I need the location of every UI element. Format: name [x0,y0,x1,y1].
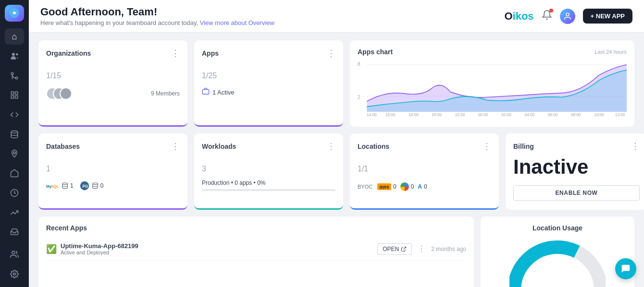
app-details: Uptime-Kuma-App-682199 Active and Deploy… [61,242,138,255]
recent-apps-title: Recent Apps [46,224,466,232]
sidebar: ⌂ [0,0,29,287]
mysql-count: 1 [70,182,74,189]
card-header: Databases ⋮ [46,141,180,152]
chat-icon [620,263,631,274]
db-icon2 [92,182,99,189]
card-header: Billing ⋮ [513,141,640,152]
workloads-count: 3 [202,155,335,176]
postgres-item: PG 0 [79,180,104,191]
avatar [60,87,72,100]
sidebar-item-community[interactable] [5,246,24,263]
svg-text:06:00: 06:00 [548,112,558,117]
billing-menu[interactable]: ⋮ [631,141,640,152]
app-status-text: Active and Deployed [61,250,138,255]
organizations-card: Organizations ⋮ 1/15 9 Members [38,40,187,127]
gcloud-icon [400,182,409,191]
dashboard-content: Organizations ⋮ 1/15 9 Members [29,33,644,287]
svg-text:08:00: 08:00 [571,112,581,117]
sidebar-item-chart[interactable] [5,165,24,182]
workload-progress-bar [202,189,335,191]
apps-chart-card: Apps chart Last 24 hours 8 2 [350,40,634,127]
open-app-button[interactable]: OPEN [377,243,412,255]
app-info: ✅ Uptime-Kuma-App-682199 Active and Depl… [46,242,138,255]
workloads-title: Workloads [202,143,236,150]
gcloud-count: 0 [411,183,414,190]
sidebar-logo[interactable] [5,5,24,22]
page-greeting: Good Afternoon, Team! [40,6,274,18]
sidebar-item-database[interactable] [5,126,24,143]
organizations-footer: 9 Members [46,87,180,100]
database-icons: My SQL 1 PG 0 [46,180,180,191]
svg-text:13:00: 13:00 [615,112,625,117]
apps-menu[interactable]: ⋮ [327,48,335,59]
locations-menu[interactable]: ⋮ [483,141,491,152]
databases-menu[interactable]: ⋮ [171,141,180,152]
header: Good Afternoon, Team! Here what's happen… [29,0,644,33]
postgres-icon: PG [79,180,90,191]
apps-chart-svg: 8 2 14:00 16:00 18:00 20:00 22 [358,60,627,117]
postgres-count: 0 [100,182,104,189]
organizations-title: Organizations [46,49,91,57]
header-left: Good Afternoon, Team! Here what's happen… [40,6,274,26]
notification-dot [549,9,553,12]
app-kebab-menu[interactable]: ⋮ [418,244,425,253]
svg-point-9 [13,152,16,155]
cloud-provider-icons: aws 0 0 A 0 [377,182,427,191]
header-right: Oikos + NEW APP [504,9,632,24]
card-header: Locations ⋮ [358,141,491,152]
svg-text:04:00: 04:00 [525,112,535,117]
app-timestamp: 2 months ago [431,246,466,252]
sidebar-item-analytics[interactable] [5,204,24,221]
locations-title: Locations [358,143,389,150]
azure-item: A 0 [418,183,427,190]
svg-point-11 [12,251,15,254]
organizations-menu[interactable]: ⋮ [171,48,180,59]
location-usage-chart [488,238,627,287]
sidebar-item-location[interactable] [5,145,24,162]
billing-card: Billing ⋮ Inactive ENABLE NOW [506,133,644,210]
aws-count: 0 [393,183,396,190]
azure-count: 0 [424,183,427,190]
table-row: ✅ Uptime-Kuma-App-682199 Active and Depl… [46,238,466,261]
svg-rect-4 [11,92,13,94]
azure-icon: A [418,183,422,190]
user-avatar[interactable] [560,9,575,24]
sidebar-item-home[interactable]: ⌂ [5,28,24,45]
svg-text:22:00: 22:00 [455,112,465,117]
sidebar-item-code[interactable] [5,107,24,123]
svg-text:14:00: 14:00 [367,112,377,117]
svg-point-36 [92,183,98,185]
svg-rect-6 [11,96,13,98]
enable-billing-button[interactable]: ENABLE NOW [513,185,640,201]
svg-text:SQL: SQL [51,184,59,189]
sidebar-item-settings[interactable] [5,265,24,282]
mysql-item: My SQL 1 [46,181,74,191]
chat-bubble-button[interactable] [615,258,636,279]
workloads-card: Workloads ⋮ 3 Production • 0 apps • 0% [194,133,343,210]
sidebar-item-grid[interactable] [5,87,24,104]
members-count: 9 Members [151,90,180,97]
aws-icon: aws [377,183,391,190]
sidebar-item-billing[interactable] [5,184,24,201]
top-cards-grid: Organizations ⋮ 1/15 9 Members [38,40,634,127]
semicircle-chart [509,238,606,287]
chart-header: Apps chart Last 24 hours [358,48,627,56]
app-status-icon: ✅ [46,244,57,254]
gcloud-item: 0 [400,182,414,191]
recent-apps-card: Recent Apps ✅ Uptime-Kuma-App-682199 Act… [38,216,474,287]
main-content: Good Afternoon, Team! Here what's happen… [29,0,644,287]
workloads-menu[interactable]: ⋮ [327,141,335,152]
svg-point-12 [13,273,16,275]
notification-button[interactable] [542,10,552,23]
sidebar-item-team[interactable] [5,48,24,64]
apps-icon [202,87,210,97]
new-app-button[interactable]: + NEW APP [583,9,632,24]
sidebar-item-inbox[interactable] [5,224,24,240]
view-more-link[interactable]: View more about Overview [200,19,274,26]
apps-count: 1/25 [202,62,335,83]
billing-title: Billing [513,143,534,150]
sidebar-item-git[interactable] [5,67,24,84]
card-header: Organizations ⋮ [46,48,180,59]
apps-footer: 1 Active [202,87,335,97]
location-usage-card: Location Usage [481,216,634,287]
